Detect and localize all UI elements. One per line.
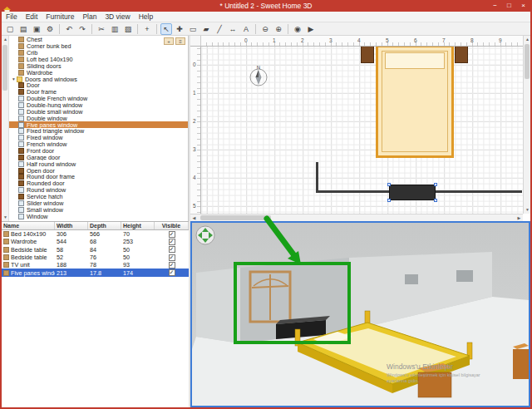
catalog-item-window[interactable]: Window bbox=[9, 213, 188, 219]
selection-handle[interactable] bbox=[434, 183, 437, 186]
plan-bedside-table-left[interactable] bbox=[361, 47, 374, 63]
furniture-row-tv-unit[interactable]: TV unit1887893✓ bbox=[2, 261, 189, 269]
catalog-item-wardrobe[interactable]: Wardrobe bbox=[9, 69, 188, 76]
save-home-button[interactable]: ▣ bbox=[31, 23, 42, 35]
maximize-button[interactable]: □ bbox=[502, 0, 516, 11]
catalog-item-doors-and-windows[interactable]: ▾Doors and windows bbox=[9, 76, 188, 82]
3d-navigation-pad[interactable] bbox=[196, 226, 214, 244]
cut-button[interactable]: ✂ bbox=[96, 23, 107, 35]
plan-hscroll-thumb[interactable] bbox=[200, 215, 271, 220]
catalog-item-sliding-doors[interactable]: Sliding doors bbox=[9, 62, 188, 69]
catalog-item-front-door[interactable]: Front door bbox=[9, 148, 188, 155]
catalog-item-double-small-window[interactable]: Double small window bbox=[9, 108, 188, 115]
visibility-checkbox[interactable]: ✓ bbox=[169, 246, 175, 253]
minimize-button[interactable]: − bbox=[488, 0, 502, 11]
catalog-item-five-panes-window[interactable]: Five panes window bbox=[9, 121, 188, 128]
plan-bed[interactable] bbox=[376, 47, 454, 158]
scroll-down-icon[interactable]: ▼ bbox=[2, 214, 9, 221]
catalog-item-french-window[interactable]: French window bbox=[9, 141, 188, 148]
plan-tv-unit[interactable] bbox=[389, 185, 436, 200]
menu-edit[interactable]: Edit bbox=[22, 12, 42, 22]
furniture-row-bedside-table[interactable]: Bedside table588450✓ bbox=[2, 246, 189, 254]
import-furniture-button[interactable]: + bbox=[164, 37, 174, 45]
visibility-checkbox[interactable]: ✓ bbox=[169, 262, 175, 269]
zoom-in-button[interactable]: ⊕ bbox=[273, 23, 284, 35]
visibility-checkbox[interactable]: ✓ bbox=[169, 239, 175, 245]
furniture-row-wardrobe[interactable]: Wardrobe54468253✓ bbox=[2, 238, 189, 245]
menu-furniture[interactable]: Furniture bbox=[42, 12, 78, 22]
create-polylines-button[interactable]: ╱ bbox=[214, 23, 225, 35]
selection-handle[interactable] bbox=[434, 199, 437, 202]
column-header-height[interactable]: Height bbox=[121, 222, 155, 229]
plan-vscroll-thumb[interactable] bbox=[525, 44, 530, 79]
catalog-item-chest[interactable]: Chest bbox=[9, 37, 188, 43]
close-button[interactable]: × bbox=[516, 0, 530, 11]
catalog-scrollbar-thumb[interactable] bbox=[2, 45, 7, 91]
pan-button[interactable]: ✚ bbox=[174, 23, 185, 35]
catalog-item-door-frame[interactable]: Door frame bbox=[9, 89, 188, 96]
catalog-item-fixed-window[interactable]: Fixed window bbox=[9, 135, 188, 141]
preferences-button[interactable]: ⚙ bbox=[44, 23, 56, 35]
scroll-up-icon[interactable]: ▲ bbox=[2, 36, 9, 43]
undo-button[interactable]: ↶ bbox=[63, 23, 75, 35]
visibility-checkbox[interactable]: ✓ bbox=[169, 269, 175, 276]
menu-help[interactable]: Help bbox=[135, 12, 157, 22]
visibility-checkbox[interactable]: ✓ bbox=[169, 231, 175, 238]
catalog-item-fixed-triangle-window[interactable]: Fixed triangle window bbox=[9, 128, 188, 135]
plan-canvas[interactable]: N bbox=[201, 47, 523, 214]
plan-horizontal-scrollbar[interactable]: ◀ ▶ bbox=[190, 214, 523, 221]
catalog-item-round-window[interactable]: Round window bbox=[9, 187, 188, 194]
expander-icon[interactable]: ▾ bbox=[11, 76, 17, 81]
catalog-item-double-window[interactable]: Double window bbox=[9, 115, 188, 121]
paste-button[interactable]: ▨ bbox=[122, 23, 134, 35]
furniture-visible-cell: ✓ bbox=[155, 239, 189, 245]
open-home-button[interactable]: ▤ bbox=[17, 23, 29, 35]
catalog-item-loft-bed-140x190[interactable]: Loft bed 140x190 bbox=[9, 57, 188, 63]
redo-button[interactable]: ↷ bbox=[76, 23, 88, 35]
furniture-row-bedside-table[interactable]: Bedside table527650✓ bbox=[2, 254, 189, 261]
selection-handle[interactable] bbox=[387, 199, 391, 202]
add-texts-button[interactable]: A bbox=[240, 23, 252, 35]
catalog-item-open-door[interactable]: Open door bbox=[9, 167, 188, 174]
zoom-out-button[interactable]: ⊖ bbox=[259, 23, 271, 35]
catalog-item-door[interactable]: Door bbox=[9, 82, 188, 89]
column-header-visible[interactable]: Visible bbox=[155, 222, 189, 229]
catalog-item-corner-bunk-bed[interactable]: Corner bunk bed bbox=[9, 43, 188, 50]
create-dimensions-button[interactable]: ↔ bbox=[227, 23, 239, 35]
catalog-item-half-round-window[interactable]: Half round window bbox=[9, 160, 188, 167]
catalog-item-slider-window[interactable]: Slider window bbox=[9, 200, 188, 206]
catalog-scrollbar[interactable]: ▲ ▼ bbox=[2, 36, 9, 221]
catalog-item-garage-door[interactable]: Garage door bbox=[9, 154, 188, 160]
menu-3d-view[interactable]: 3D view bbox=[101, 12, 134, 22]
create-rooms-button[interactable]: ▰ bbox=[200, 23, 212, 35]
plan-wall-vertical[interactable] bbox=[316, 162, 318, 193]
create-walls-button[interactable]: ▭ bbox=[187, 23, 199, 35]
column-header-width[interactable]: Width bbox=[55, 222, 88, 229]
catalog-item-round-door-frame[interactable]: Round door frame bbox=[9, 174, 188, 180]
compass[interactable]: N bbox=[246, 63, 271, 88]
selection-handle[interactable] bbox=[387, 183, 391, 186]
column-header-depth[interactable]: Depth bbox=[88, 222, 121, 229]
catalog-item-small-window[interactable]: Small window bbox=[9, 206, 188, 213]
furniture-library-button[interactable]: ≡ bbox=[175, 37, 185, 45]
furniture-row-five-panes-window[interactable]: Five panes window21317.8174✓ bbox=[2, 269, 189, 276]
new-home-button[interactable]: ▢ bbox=[4, 23, 16, 35]
catalog-item-service-hatch[interactable]: Service hatch bbox=[9, 194, 188, 200]
bedside-table-row-icon bbox=[3, 247, 9, 253]
create-photo-button[interactable]: ◉ bbox=[292, 23, 303, 35]
catalog-item-crib[interactable]: Crib bbox=[9, 50, 188, 57]
visibility-checkbox[interactable]: ✓ bbox=[169, 254, 175, 261]
menu-plan[interactable]: Plan bbox=[78, 12, 101, 22]
catalog-item-double-hung-window[interactable]: Double-hung window bbox=[9, 102, 188, 109]
3d-view[interactable]: Windows'u Etkinleştir Windows'u etkinleş… bbox=[190, 221, 530, 407]
plan-bedside-table-right[interactable] bbox=[455, 47, 468, 63]
create-video-button[interactable]: ▶ bbox=[305, 23, 317, 35]
catalog-item-rounded-door[interactable]: Rounded door bbox=[9, 180, 188, 187]
plan-vertical-scrollbar[interactable]: ▲ ▼ bbox=[523, 36, 530, 214]
add-furniture-button[interactable]: + bbox=[141, 23, 153, 35]
copy-button[interactable]: ▥ bbox=[109, 23, 121, 35]
furniture-row-bed-140x190[interactable]: Bed 140x19030656670✓ bbox=[2, 230, 189, 238]
column-header-name[interactable]: Name bbox=[2, 222, 55, 229]
catalog-item-double-french-window[interactable]: Double French window bbox=[9, 96, 188, 102]
select-button[interactable]: ↖ bbox=[160, 23, 172, 35]
